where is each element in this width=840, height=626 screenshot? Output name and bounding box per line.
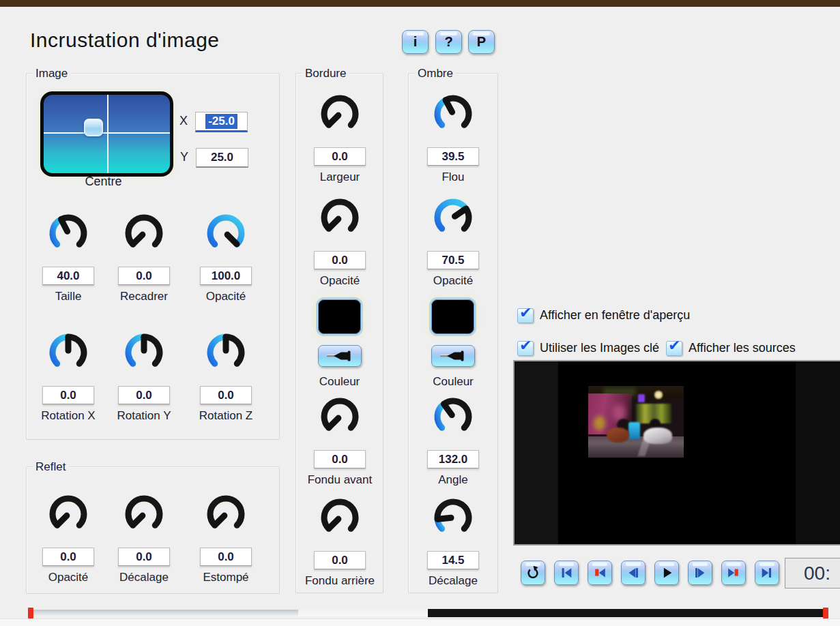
step-back-button[interactable] — [621, 561, 646, 585]
fondu-avant-value[interactable]: 0.0 — [314, 450, 366, 468]
bordure-largeur-value[interactable]: 0.0 — [314, 147, 366, 166]
skip-end-button[interactable] — [755, 561, 779, 585]
image-opacite-knob[interactable] — [203, 211, 248, 256]
rotation-x-knob[interactable] — [46, 330, 91, 375]
timeline-used-range[interactable] — [428, 609, 823, 617]
afficher-sources-checkbox[interactable]: ✔ Afficher les sources — [666, 341, 796, 356]
recadrer-knob[interactable] — [121, 211, 166, 256]
prev-keyframe-button[interactable] — [588, 561, 612, 585]
skip-start-icon — [559, 565, 574, 581]
video-preview-area — [513, 360, 840, 546]
ombre-angle-knob[interactable] — [431, 394, 476, 439]
ombre-angle-value[interactable]: 132.0 — [427, 450, 479, 468]
reflet-opacite-value[interactable]: 0.0 — [42, 548, 94, 566]
ombre-opacite-value[interactable]: 70.5 — [427, 251, 479, 269]
bordure-opacite-value[interactable]: 0.0 — [314, 251, 366, 269]
preview-left-band — [515, 361, 558, 544]
reflet-estompe-knob[interactable] — [203, 492, 248, 537]
bordure-largeur-knob[interactable] — [317, 91, 362, 136]
image-opacite-value[interactable]: 100.0 — [200, 267, 252, 285]
checkbox-box: ✔ — [666, 341, 682, 356]
rotation-x-label: Rotation X — [41, 409, 95, 423]
reflet-decalage-knob[interactable] — [121, 492, 166, 537]
rotation-y-value[interactable]: 0.0 — [118, 386, 170, 404]
bordure-largeur-label: Largeur — [320, 170, 360, 184]
timeline-light-segment — [298, 610, 428, 616]
shadow-color-swatch[interactable] — [429, 297, 476, 336]
help-button[interactable]: ? — [435, 30, 462, 54]
info-icon: i — [414, 34, 418, 50]
reflet-estompe-value[interactable]: 0.0 — [200, 548, 252, 566]
ombre-decalage-knob[interactable] — [431, 495, 476, 540]
reflet-opacite-label: Opacité — [48, 571, 89, 584]
reflet-decalage-label: Décalage — [119, 571, 169, 584]
timeline-track[interactable] — [33, 610, 823, 616]
fondu-avant-knob[interactable] — [317, 394, 362, 439]
centre-position-pad[interactable] — [40, 91, 173, 177]
skip-start-button[interactable] — [554, 561, 579, 585]
play-button[interactable] — [654, 561, 679, 585]
bordure-group: Bordure 0.0 Largeur 0.0 Opacité — [295, 73, 383, 593]
preset-icon: P — [477, 34, 486, 50]
trim-start-handle[interactable] — [28, 608, 33, 618]
centre-handle[interactable] — [84, 119, 103, 136]
bordure-opacite-label: Opacité — [320, 274, 360, 288]
x-label: X — [179, 114, 188, 128]
info-button[interactable]: i — [402, 30, 429, 54]
rotation-z-knob[interactable] — [203, 330, 248, 375]
help-icon: ? — [444, 34, 452, 50]
rotation-z-value[interactable]: 0.0 — [200, 386, 252, 404]
taille-knob[interactable] — [46, 211, 91, 256]
ombre-group: Ombre 39.5 Flou 70.5 Opacité — [408, 73, 498, 593]
taille-value[interactable]: 40.0 — [42, 267, 94, 285]
afficher-apercu-checkbox[interactable]: ✔ Afficher en fenêtre d'aperçu — [517, 308, 690, 323]
rotation-y-knob[interactable] — [121, 330, 166, 375]
ombre-angle-label: Angle — [438, 473, 467, 487]
preset-button[interactable]: P — [468, 30, 495, 54]
timecode-display: 00: — [785, 558, 840, 588]
centre-x-input[interactable]: -25.0 — [195, 112, 248, 132]
reflet-opacite-knob[interactable] — [46, 492, 91, 537]
fondu-arriere-label: Fondu arrière — [305, 574, 375, 588]
window-accent-bar — [0, 0, 840, 7]
rotation-x-value[interactable]: 0.0 — [42, 386, 94, 404]
page-title: Incrustation d'image — [30, 29, 220, 52]
reflet-group: Reflet 0.0 Opacité 0.0 Décalage — [26, 466, 280, 594]
ombre-opacite-knob[interactable] — [431, 195, 476, 240]
crosshair-vertical-line — [107, 95, 108, 173]
step-forward-button[interactable] — [688, 561, 712, 585]
image-opacite-label: Opacité — [206, 290, 246, 303]
fondu-arriere-knob[interactable] — [317, 495, 362, 540]
ombre-flou-label: Flou — [441, 170, 464, 184]
border-color-picker-button[interactable] — [318, 345, 362, 367]
bordure-group-label: Bordure — [302, 67, 349, 80]
reflet-group-label: Reflet — [32, 460, 69, 474]
checkbox-box: ✔ — [517, 341, 534, 356]
y-label: Y — [180, 150, 188, 164]
shadow-color-picker-button[interactable] — [431, 345, 475, 367]
recadrer-value[interactable]: 0.0 — [118, 267, 170, 285]
border-color-swatch[interactable] — [316, 297, 363, 336]
next-keyframe-button[interactable] — [721, 561, 746, 585]
crosshair-horizontal-line — [44, 132, 170, 134]
reflet-decalage-value[interactable]: 0.0 — [118, 548, 170, 566]
ombre-flou-knob[interactable] — [431, 91, 476, 136]
utiliser-images-cle-checkbox[interactable]: ✔ Utiliser les Images clé — [517, 341, 659, 356]
trim-end-handle[interactable] — [823, 608, 828, 618]
checkbox-box: ✔ — [517, 308, 534, 323]
eyedropper-icon — [437, 350, 469, 362]
ombre-flou-value[interactable]: 39.5 — [427, 147, 479, 166]
fondu-avant-label: Fondu avant — [308, 473, 373, 487]
ombre-opacite-label: Opacité — [433, 274, 474, 288]
next-keyframe-icon — [726, 565, 741, 581]
eyedropper-icon — [324, 350, 356, 362]
fondu-arriere-value[interactable]: 0.0 — [314, 551, 366, 569]
ombre-decalage-value[interactable]: 14.5 — [427, 551, 479, 569]
loop-button[interactable] — [521, 561, 545, 585]
reflet-estompe-label: Estompé — [203, 571, 248, 584]
check-icon: ✔ — [519, 304, 532, 322]
bordure-opacite-knob[interactable] — [317, 195, 362, 240]
window-bottom-strip — [0, 618, 840, 626]
centre-y-input[interactable]: 25.0 — [196, 148, 248, 168]
shadow-couleur-label: Couleur — [409, 375, 497, 389]
